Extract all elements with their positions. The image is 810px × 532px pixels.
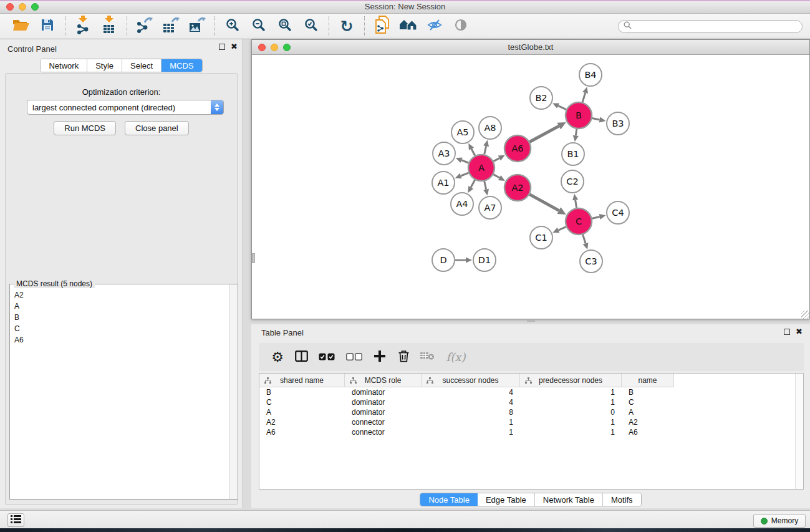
table-tab-network-table[interactable]: Network Table bbox=[535, 493, 603, 506]
table-row-a6[interactable]: A6connector11A6 bbox=[259, 427, 674, 437]
result-item-a6[interactable]: A6 bbox=[11, 334, 228, 346]
table-tab-node-table[interactable]: Node Table bbox=[420, 493, 478, 506]
close-window-button[interactable] bbox=[6, 3, 14, 11]
export-image-button[interactable] bbox=[186, 16, 208, 36]
node-A5[interactable]: A5 bbox=[451, 121, 474, 143]
network-canvas[interactable]: B4B2BB3A8A5A6B1A3AC2A1A2A4A7C4CC1C3DD1 bbox=[252, 55, 809, 319]
edge-A-A1[interactable] bbox=[455, 173, 469, 178]
zoom-in-button[interactable] bbox=[221, 16, 244, 36]
edge-A-A4[interactable] bbox=[468, 180, 475, 193]
import-network-button[interactable] bbox=[72, 16, 94, 36]
delete-table-button[interactable] bbox=[418, 348, 436, 367]
node-A6[interactable]: A6 bbox=[504, 135, 531, 162]
edge-B-B3[interactable] bbox=[592, 117, 606, 122]
minimize-window-button[interactable] bbox=[19, 3, 26, 11]
table-row-a2[interactable]: A2connector11A2 bbox=[259, 417, 674, 427]
zoom-window-button[interactable] bbox=[31, 3, 39, 11]
open-session-button[interactable] bbox=[10, 16, 32, 36]
result-item-c[interactable]: C bbox=[11, 323, 228, 334]
node-B4[interactable]: B4 bbox=[579, 64, 602, 86]
network-from-document-button[interactable] bbox=[371, 16, 393, 36]
node-A8[interactable]: A8 bbox=[479, 117, 501, 139]
float-table-panel-icon[interactable] bbox=[784, 329, 790, 335]
edge-B-B1[interactable] bbox=[573, 129, 579, 142]
zoom-selected-button[interactable] bbox=[300, 16, 322, 36]
table-settings-button[interactable]: ⚙ bbox=[269, 348, 286, 367]
node-D[interactable]: D bbox=[432, 249, 455, 271]
node-C1[interactable]: C1 bbox=[530, 226, 552, 249]
tab-network[interactable]: Network bbox=[41, 59, 87, 72]
node-A3[interactable]: A3 bbox=[433, 142, 455, 165]
node-A4[interactable]: A4 bbox=[451, 193, 473, 215]
delete-columns-button[interactable] bbox=[395, 348, 412, 367]
network-close-button[interactable] bbox=[258, 44, 266, 51]
node-C2[interactable]: C2 bbox=[561, 170, 584, 193]
table-row-c[interactable]: Cdominator41C bbox=[259, 397, 674, 407]
node-A7[interactable]: A7 bbox=[479, 196, 501, 219]
splitter-handle[interactable] bbox=[527, 320, 535, 322]
window-resize-grip[interactable] bbox=[801, 311, 809, 319]
close-panel-button[interactable]: Close panel bbox=[125, 121, 189, 135]
add-column-button[interactable] bbox=[371, 348, 388, 367]
node-C3[interactable]: C3 bbox=[580, 250, 602, 273]
edge-A2-C[interactable] bbox=[529, 195, 566, 215]
node-A2[interactable]: A2 bbox=[504, 175, 531, 201]
node-B[interactable]: B bbox=[566, 102, 592, 128]
edge-C-C3[interactable] bbox=[583, 235, 589, 249]
refresh-view-button[interactable]: ↻ bbox=[335, 16, 358, 36]
search-field[interactable] bbox=[618, 20, 803, 33]
zoom-fit-button[interactable] bbox=[274, 16, 296, 36]
table-tab-edge-table[interactable]: Edge Table bbox=[478, 493, 535, 506]
float-panel-icon[interactable] bbox=[219, 44, 225, 50]
node-B1[interactable]: B1 bbox=[562, 143, 584, 165]
search-input[interactable] bbox=[635, 22, 797, 31]
edge-A6-B[interactable] bbox=[529, 122, 566, 142]
edge-A-A8[interactable] bbox=[483, 140, 489, 155]
home-button[interactable] bbox=[397, 16, 420, 36]
node-A[interactable]: A bbox=[468, 155, 494, 181]
edge-D-D1[interactable] bbox=[455, 257, 472, 263]
result-item-a[interactable]: A bbox=[11, 301, 228, 312]
column-header-successor-nodes[interactable]: successor nodes bbox=[422, 374, 520, 387]
edge-C-C1[interactable] bbox=[552, 227, 566, 233]
node-C[interactable]: C bbox=[566, 208, 592, 235]
zoom-out-button[interactable] bbox=[248, 16, 270, 36]
import-table-button[interactable] bbox=[98, 16, 120, 36]
table-row-b[interactable]: Bdominator41B bbox=[259, 387, 674, 397]
edge-A-A7[interactable] bbox=[483, 181, 489, 195]
edge-A-A5[interactable] bbox=[468, 143, 475, 156]
result-item-a2[interactable]: A2 bbox=[11, 289, 228, 301]
node-A1[interactable]: A1 bbox=[432, 172, 455, 194]
export-table-button[interactable] bbox=[160, 16, 182, 36]
edge-A-A3[interactable] bbox=[456, 157, 469, 163]
export-network-button[interactable] bbox=[133, 16, 156, 36]
run-mcds-button[interactable]: Run MCDS bbox=[54, 121, 116, 135]
network-zoom-button[interactable] bbox=[283, 44, 291, 51]
node-B3[interactable]: B3 bbox=[607, 112, 629, 135]
tab-mcds[interactable]: MCDS bbox=[162, 59, 201, 72]
node-B2[interactable]: B2 bbox=[530, 87, 552, 109]
column-header-predecessor-nodes[interactable]: predecessor nodes bbox=[520, 374, 622, 387]
tab-style[interactable]: Style bbox=[87, 59, 122, 72]
column-header-shared-name[interactable]: shared name bbox=[259, 374, 345, 387]
table-tab-motifs[interactable]: Motifs bbox=[603, 493, 641, 506]
edge-C-C4[interactable] bbox=[592, 214, 605, 220]
mcds-list-scrollbar[interactable] bbox=[229, 284, 238, 499]
table-row-a[interactable]: Adominator80A bbox=[259, 407, 674, 417]
criterion-dropdown[interactable]: largest connected component (directed) bbox=[27, 100, 224, 115]
node-D1[interactable]: D1 bbox=[473, 249, 496, 271]
memory-button[interactable]: Memory bbox=[753, 514, 806, 528]
edge-B-B4[interactable] bbox=[582, 87, 588, 102]
edge-A-A6[interactable] bbox=[493, 155, 504, 162]
column-header-mcds-role[interactable]: MCDS role bbox=[345, 374, 422, 387]
toggle-split-view-button[interactable] bbox=[292, 348, 310, 367]
left-scrollbar-thumb[interactable] bbox=[252, 253, 255, 263]
deselect-all-columns-button[interactable] bbox=[344, 348, 365, 367]
node-C4[interactable]: C4 bbox=[607, 201, 629, 224]
network-minimize-button[interactable] bbox=[271, 44, 278, 51]
tab-select[interactable]: Select bbox=[122, 59, 162, 72]
column-header-name[interactable]: name bbox=[622, 374, 674, 387]
select-all-columns-button[interactable] bbox=[316, 348, 337, 367]
table-scrollbar[interactable] bbox=[795, 374, 803, 489]
close-table-panel-icon[interactable]: ✖ bbox=[796, 329, 803, 335]
